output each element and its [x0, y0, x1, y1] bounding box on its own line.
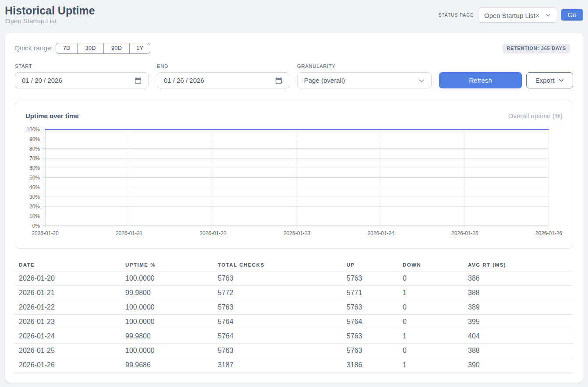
svg-text:60%: 60%	[29, 165, 40, 171]
svg-text:0%: 0%	[32, 223, 40, 229]
svg-text:2026-01-21: 2026-01-21	[116, 230, 143, 236]
svg-text:80%: 80%	[29, 146, 40, 152]
svg-text:2026-01-20: 2026-01-20	[32, 230, 59, 236]
svg-text:20%: 20%	[29, 204, 40, 210]
svg-text:30%: 30%	[29, 194, 40, 200]
svg-text:2026-01-24: 2026-01-24	[368, 230, 395, 236]
svg-text:2026-01-25: 2026-01-25	[451, 230, 478, 236]
svg-text:70%: 70%	[29, 155, 40, 162]
svg-text:10%: 10%	[29, 213, 40, 219]
svg-text:2026-01-23: 2026-01-23	[283, 230, 311, 236]
svg-text:2026-01-22: 2026-01-22	[199, 230, 227, 236]
svg-text:100%: 100%	[26, 127, 40, 133]
svg-text:90%: 90%	[29, 136, 40, 142]
svg-text:2026-01-26: 2026-01-26	[535, 230, 563, 236]
svg-text:40%: 40%	[29, 184, 40, 190]
svg-text:50%: 50%	[29, 175, 40, 181]
